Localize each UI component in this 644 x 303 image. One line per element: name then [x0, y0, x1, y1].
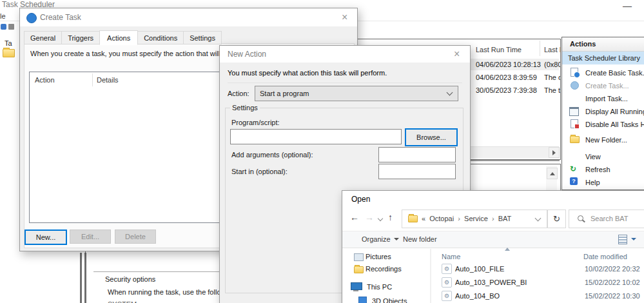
- file-row[interactable]: ⚙ Auto_100_FILE 10/02/2022 20:32: [439, 264, 644, 275]
- breadcrumb-service[interactable]: Service: [464, 215, 488, 222]
- cell-last-run-time: 04/06/2023 8:39:59: [476, 73, 537, 81]
- splitter-bar[interactable]: [84, 253, 86, 303]
- minimize-button[interactable]: —: [623, 1, 632, 11]
- browse-button[interactable]: Browse...: [405, 128, 458, 146]
- program-script-input[interactable]: [230, 129, 402, 144]
- tree-folder-icon[interactable]: [3, 49, 15, 57]
- section-divider: [93, 271, 220, 272]
- view-mode-dropdown-icon[interactable]: [631, 238, 636, 240]
- sidebar-scrollbar[interactable]: [430, 249, 431, 303]
- chevron-down-icon: [447, 90, 453, 96]
- 3d-objects-icon: [358, 297, 367, 303]
- breadcrumb-sep-icon: ›: [492, 215, 494, 222]
- tab-settings[interactable]: Settings: [183, 31, 222, 44]
- settings-group-label: Settings: [230, 104, 260, 112]
- actions-item-view[interactable]: View: [562, 150, 644, 163]
- bat-file-icon: ⚙: [444, 266, 449, 272]
- actions-item-new-folder[interactable]: New Folder...: [562, 132, 644, 146]
- actions-item-label: New Folder...: [585, 136, 627, 144]
- cell-last-run-result: The ta: [544, 86, 561, 94]
- file-name: Auto_100_FILE: [455, 265, 504, 273]
- breadcrumb: « Octopai › Service › BAT: [422, 215, 511, 222]
- close-icon[interactable]: ×: [454, 49, 460, 59]
- scroll-up-button[interactable]: [547, 168, 558, 179]
- add-arguments-input[interactable]: [378, 147, 456, 162]
- tab-strip: General Triggers Actions Conditions Sett…: [24, 32, 221, 44]
- recent-locations-chevron-icon[interactable]: [378, 216, 383, 221]
- sidebar-item-this-pc[interactable]: This PC: [367, 283, 392, 291]
- dialog-title: Open: [351, 195, 370, 204]
- create-basic-task-icon: [570, 68, 579, 77]
- column-divider: [540, 41, 540, 56]
- tab-general[interactable]: General: [24, 31, 62, 44]
- button-label: Browse...: [416, 133, 446, 141]
- delete-action-button[interactable]: Delete: [115, 230, 156, 244]
- dialog-title: New Action: [228, 50, 266, 59]
- new-folder-icon: [570, 136, 580, 143]
- column-header-last-run-time[interactable]: Last Run Time: [476, 46, 522, 54]
- new-folder-button[interactable]: New folder: [403, 235, 437, 243]
- actions-item-import-task[interactable]: Import Task...: [562, 92, 644, 105]
- actions-item-refresh[interactable]: ↻ Refresh: [562, 163, 644, 176]
- toolbar-icon[interactable]: [8, 24, 14, 30]
- column-header-last-run-result[interactable]: Last R: [544, 46, 561, 54]
- sidebar-item-3d-objects[interactable]: 3D Objects: [372, 297, 407, 303]
- actions-item-create-task[interactable]: Create Task...: [562, 79, 644, 92]
- sidebar-item-recordings[interactable]: Recordings: [366, 265, 402, 273]
- tree-item-task-scheduler-partial[interactable]: Ta: [5, 39, 12, 47]
- toolbar-icon[interactable]: [1, 24, 6, 30]
- new-action-titlebar[interactable]: New Action ×: [220, 46, 470, 63]
- security-options-label: Security options: [105, 275, 155, 283]
- scroll-right-button[interactable]: [549, 147, 560, 158]
- column-header-details[interactable]: Details: [97, 76, 119, 84]
- splitter-bar[interactable]: [80, 253, 82, 303]
- actions-item-label: Create Basic Task...: [585, 69, 644, 77]
- create-task-titlebar[interactable]: Create Task ×: [20, 8, 357, 26]
- sidebar-item-pictures[interactable]: Pictures: [366, 253, 391, 260]
- edit-action-button[interactable]: Edit...: [70, 230, 111, 244]
- explorer-toolbar: Organize New folder: [342, 231, 644, 248]
- run-as-account-partial: SYSTEM: [108, 300, 137, 303]
- address-bar[interactable]: « Octopai › Service › BAT: [402, 210, 547, 228]
- scroll-up-icon: [550, 172, 555, 175]
- up-button[interactable]: ↑: [388, 212, 393, 222]
- file-row[interactable]: ⚙ Auto_104_BO 15/02/2022 10:30: [439, 291, 644, 302]
- column-header-name[interactable]: Name: [442, 253, 460, 260]
- action-dropdown[interactable]: Start a program: [255, 86, 458, 101]
- tab-actions[interactable]: Actions: [99, 30, 138, 45]
- close-icon[interactable]: ×: [342, 12, 347, 23]
- breadcrumb-octopai[interactable]: Octopai: [429, 215, 454, 222]
- actions-panel-title: Actions: [570, 40, 596, 48]
- sort-ascending-icon: [505, 248, 510, 251]
- column-divider: [92, 73, 93, 86]
- actions-item-help[interactable]: ? Help: [562, 176, 644, 189]
- actions-item-display-all-running[interactable]: Display All Running T: [562, 105, 644, 118]
- pictures-icon: [354, 253, 364, 261]
- organize-dropdown-icon: [394, 238, 399, 240]
- actions-item-create-basic-task[interactable]: Create Basic Task...: [562, 66, 644, 79]
- menu-file-partial[interactable]: le: [0, 12, 6, 20]
- breadcrumb-bat[interactable]: BAT: [498, 215, 512, 222]
- forward-button[interactable]: →: [365, 212, 374, 222]
- new-action-button[interactable]: New...: [24, 230, 67, 245]
- actions-panel-header: Actions: [562, 37, 644, 52]
- file-row[interactable]: ⚙ Auto_103_POWER_BI 15/02/2022 10:02: [439, 277, 644, 289]
- start-in-input[interactable]: [378, 164, 456, 179]
- clock-icon: [26, 13, 37, 23]
- tab-conditions[interactable]: Conditions: [137, 31, 184, 44]
- this-pc-icon-stand: [353, 290, 358, 291]
- refresh-button[interactable]: ↻: [547, 210, 566, 228]
- search-box[interactable]: Search BAT: [569, 210, 644, 228]
- file-date-modified: 10/02/2022 20:32: [585, 265, 640, 273]
- actions-item-disable-history[interactable]: Disable All Tasks Histo: [562, 118, 644, 131]
- back-button[interactable]: ←: [350, 212, 359, 222]
- tab-triggers[interactable]: Triggers: [61, 31, 100, 44]
- view-mode-icon[interactable]: [618, 235, 627, 244]
- column-header-action[interactable]: Action: [35, 76, 55, 84]
- organize-menu[interactable]: Organize: [362, 235, 391, 243]
- create-task-icon: [571, 81, 580, 90]
- address-dropdown-chevron-icon[interactable]: [535, 215, 542, 222]
- file-date-modified: 15/02/2022 10:02: [585, 279, 640, 286]
- column-header-date-modified[interactable]: Date modified: [583, 253, 627, 260]
- actions-item-task-scheduler-library[interactable]: Task Scheduler Library: [562, 52, 644, 64]
